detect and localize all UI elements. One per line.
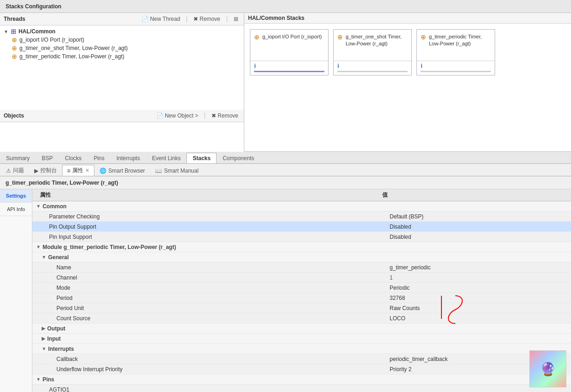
- top-area: Threads 📄 New Thread ✖ Remove ⊞: [0, 13, 571, 152]
- prop-val-cell-0: [386, 205, 571, 207]
- tree-item-1[interactable]: ⊕g_ioport I/O Port (r_ioport): [2, 36, 242, 44]
- tab-label-4: Smart Manual: [164, 168, 199, 174]
- expand-tri-12[interactable]: ▶: [42, 326, 45, 331]
- prop-row-3[interactable]: Pin Input Support Disabled: [32, 232, 571, 242]
- info-icon-1: ℹ: [337, 63, 339, 69]
- prop-name-cell-17: ▼ Pins: [32, 375, 386, 384]
- prop-name-cell-10: Period Unit: [32, 304, 386, 312]
- stack-title-2: g_timer_periodic Timer, Low-Power (r_agt…: [429, 33, 491, 48]
- expand-icon: ▼: [4, 29, 8, 34]
- expand-tri-13[interactable]: ▶: [42, 336, 45, 341]
- prop-row-6[interactable]: Name g_timer_periodic: [32, 262, 571, 273]
- stack-icon-2: ⊕: [421, 33, 426, 41]
- expand-tri-4[interactable]: ▼: [36, 244, 41, 249]
- bottom-tab-属性[interactable]: ≡ 属性✕: [62, 165, 94, 176]
- bottom-tab-控制台[interactable]: ▶ 控制台: [29, 165, 62, 176]
- prop-name-cell-7: Channel: [32, 274, 386, 282]
- hal-icon: ⊞: [10, 28, 17, 35]
- expand-tri-0[interactable]: ▼: [36, 204, 41, 209]
- top-tab-summary[interactable]: Summary: [0, 153, 36, 163]
- settings-area: SettingsAPI Info 属性 值 ▼ Common Parameter…: [0, 189, 571, 392]
- top-tab-bsp[interactable]: BSP: [36, 153, 59, 163]
- bottom-tab-bar: ⚠ 问题▶ 控制台≡ 属性✕🌐 Smart Browser📖 Smart Man…: [0, 164, 571, 176]
- prop-row-0: ▼ Common: [32, 201, 571, 212]
- stack-card-2[interactable]: ⊕ g_timer_periodic Timer, Low-Power (r_a…: [416, 29, 495, 75]
- stack-card-0[interactable]: ⊕ g_ioport I/O Port (r_ioport) ℹ: [250, 29, 329, 75]
- top-tab-stacks[interactable]: Stacks: [186, 153, 217, 163]
- stack-icon-0: ⊕: [254, 33, 260, 41]
- expand-tri-14[interactable]: ▼: [42, 346, 46, 351]
- top-tab-clocks[interactable]: Clocks: [59, 153, 87, 163]
- tree-item-3[interactable]: ⊕g_timer_periodic Timer, Low-Power (r_ag…: [2, 52, 242, 61]
- prop-val-cell-6: g_timer_periodic: [386, 263, 571, 272]
- threads-menu-button[interactable]: ⊞: [232, 15, 240, 23]
- prop-section-name-0: Common: [43, 203, 67, 210]
- prop-name-cell-4: ▼ Module g_timer_periodic Timer, Low-Pow…: [32, 243, 386, 251]
- component-icon: ⊕: [11, 37, 18, 43]
- prop-row-11[interactable]: Count Source LOCO: [32, 313, 571, 324]
- prop-val-cell-13: [386, 338, 571, 340]
- hal-stacks-title: HAL/Common Stacks: [248, 15, 304, 21]
- prop-row-14: ▼ Interrupts: [32, 344, 571, 354]
- bottom-tab-问题[interactable]: ⚠ 问题: [1, 165, 29, 176]
- prop-row-1[interactable]: Parameter Checking Default (BSP): [32, 212, 571, 222]
- card-bar: [254, 71, 324, 72]
- bottom-tab-smart-browser[interactable]: 🌐 Smart Browser: [94, 166, 150, 175]
- stack-card-header-2: ⊕ g_timer_periodic Timer, Low-Power (r_a…: [417, 30, 495, 61]
- props-table-header: 属性 值: [32, 189, 571, 201]
- bottom-tab-smart-manual[interactable]: 📖 Smart Manual: [150, 166, 204, 175]
- threads-remove-button[interactable]: ✖ Remove: [192, 15, 222, 23]
- separator2: [227, 16, 227, 22]
- nav-btn-settings[interactable]: Settings: [0, 189, 32, 203]
- expand-tri-17[interactable]: ▼: [36, 377, 41, 382]
- new-thread-button[interactable]: 📄 New Thread: [140, 15, 182, 23]
- top-tab-event-links[interactable]: Event Links: [146, 153, 186, 163]
- prop-row-10[interactable]: Period Unit Raw Counts: [32, 303, 571, 313]
- props-val-header: 值: [382, 191, 567, 199]
- objects-remove-button[interactable]: ✖ Remove: [210, 112, 240, 120]
- prop-row-8[interactable]: Mode Periodic: [32, 283, 571, 293]
- tab-label-2: 属性: [72, 167, 83, 174]
- prop-row-15[interactable]: Callback periodic_timer_callback: [32, 354, 571, 364]
- prop-name-cell-16: Underflow Interrupt Priority: [32, 365, 386, 373]
- stack-card-header-0: ⊕ g_ioport I/O Port (r_ioport): [250, 30, 328, 61]
- threads-header: Threads 📄 New Thread ✖ Remove ⊞: [0, 13, 244, 25]
- stack-footer-2: ℹ: [417, 61, 495, 71]
- prop-row-2[interactable]: Pin Output Support Disabled: [32, 222, 571, 232]
- prop-row-18[interactable]: AGTIO1: [32, 385, 571, 392]
- expand-tri-5[interactable]: ▼: [42, 255, 46, 260]
- tree-item-0[interactable]: ▼ ⊞HAL/Common: [2, 27, 242, 36]
- prop-val-cell-2: Disabled: [386, 223, 571, 231]
- info-icon-0: ℹ: [254, 63, 256, 69]
- prop-row-7[interactable]: Channel 1: [32, 273, 571, 283]
- hal-stacks-header: HAL/Common Stacks: [244, 13, 571, 24]
- prop-val-cell-1: Default (BSP): [386, 212, 571, 221]
- tree-item-2[interactable]: ⊕g_timer_one_shot Timer, Low-Power (r_ag…: [2, 44, 242, 52]
- tab-close-2[interactable]: ✕: [85, 168, 89, 174]
- nav-btn-api-info[interactable]: API Info: [0, 203, 32, 216]
- stack-title-1: g_timer_one_shot Timer, Low-Power (r_agt…: [346, 33, 408, 48]
- threads-tree: ▼ ⊞HAL/Common⊕g_ioport I/O Port (r_iopor…: [0, 25, 244, 110]
- sep3: [205, 112, 205, 119]
- tab-label-1: 控制台: [40, 167, 57, 174]
- top-tab-pins[interactable]: Pins: [87, 153, 110, 163]
- prop-name-cell-6: Name: [32, 263, 386, 272]
- prop-name-8: Mode: [56, 285, 70, 291]
- prop-val-cell-7: 1: [386, 274, 571, 282]
- separator: [186, 16, 187, 22]
- tab-icon-3: 🌐: [99, 168, 106, 174]
- top-tab-interrupts[interactable]: Interrupts: [111, 153, 146, 163]
- tree-item-label: HAL/Common: [19, 28, 56, 35]
- prop-name-cell-2: Pin Output Support: [32, 223, 386, 231]
- component-title: g_timer_periodic Timer, Low-Power (r_agt…: [0, 176, 571, 189]
- prop-section-name-17: Pins: [43, 376, 54, 383]
- prop-val-cell-3: Disabled: [386, 233, 571, 241]
- new-object-button[interactable]: 📄 New Object >: [155, 112, 200, 120]
- stack-card-1[interactable]: ⊕ g_timer_one_shot Timer, Low-Power (r_a…: [333, 29, 412, 75]
- top-tab-components[interactable]: Components: [217, 153, 260, 163]
- prop-row-17: ▼ Pins: [32, 374, 571, 385]
- props-name-header: 属性: [36, 191, 382, 199]
- prop-row-9[interactable]: Period 32768: [32, 293, 571, 303]
- prop-row-16[interactable]: Underflow Interrupt Priority Priority 2: [32, 364, 571, 374]
- prop-section-name-13: Input: [47, 336, 61, 342]
